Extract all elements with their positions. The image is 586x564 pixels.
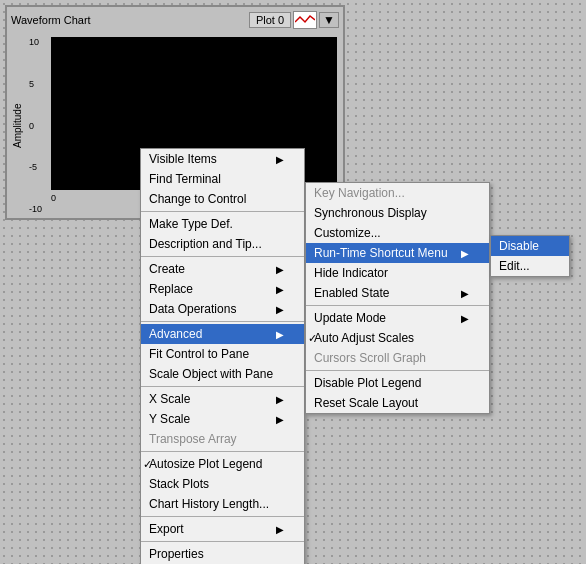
- menu-item-update-mode[interactable]: Update Mode▶: [306, 308, 489, 328]
- menu-item-export[interactable]: Export▶: [141, 519, 304, 539]
- submenu-advanced: Key Navigation... Synchronous Display Cu…: [305, 182, 490, 414]
- arrow-icon: ▶: [276, 264, 284, 275]
- arrow-icon: ▶: [276, 284, 284, 295]
- arrow-icon: ▶: [276, 154, 284, 165]
- arrow-icon: ▶: [276, 524, 284, 535]
- menu-item-auto-adjust[interactable]: Auto Adjust Scales: [306, 328, 489, 348]
- separator-adv-2: [306, 370, 489, 371]
- menu-item-hide-indicator[interactable]: Hide Indicator: [306, 263, 489, 283]
- submenu-runtime: Disable Edit...: [490, 235, 570, 277]
- menu-item-cursors-scroll: Cursors Scroll Graph: [306, 348, 489, 368]
- separator-4: [141, 386, 304, 387]
- y-axis-ticks: 10 5 0 -5 -10: [27, 33, 49, 218]
- menu-item-fit-control[interactable]: Fit Control to Pane: [141, 344, 304, 364]
- menu-item-runtime-shortcut[interactable]: Run-Time Shortcut Menu▶: [306, 243, 489, 263]
- menu-item-enabled-state[interactable]: Enabled State▶: [306, 283, 489, 303]
- menu-item-data-operations[interactable]: Data Operations▶: [141, 299, 304, 319]
- context-menu: Visible Items▶ Find Terminal Change to C…: [140, 148, 305, 564]
- arrow-icon: ▶: [276, 329, 284, 340]
- menu-item-visible-items[interactable]: Visible Items▶: [141, 149, 304, 169]
- menu-item-make-type[interactable]: Make Type Def.: [141, 214, 304, 234]
- separator-5: [141, 451, 304, 452]
- menu-item-disable-plot-legend[interactable]: Disable Plot Legend: [306, 373, 489, 393]
- menu-item-edit[interactable]: Edit...: [491, 256, 569, 276]
- arrow-icon: ▶: [276, 414, 284, 425]
- y-axis-label: Amplitude: [7, 33, 27, 218]
- menu-item-key-navigation: Key Navigation...: [306, 183, 489, 203]
- menu-item-create[interactable]: Create▶: [141, 259, 304, 279]
- chart-menu-arrow[interactable]: ▼: [319, 12, 339, 28]
- arrow-icon: ▶: [461, 248, 469, 259]
- menu-item-scale-object[interactable]: Scale Object with Pane: [141, 364, 304, 384]
- separator-2: [141, 256, 304, 257]
- chart-title-bar: Waveform Chart Plot 0 ▼: [7, 7, 343, 33]
- separator-6: [141, 516, 304, 517]
- menu-item-chart-history[interactable]: Chart History Length...: [141, 494, 304, 514]
- menu-item-x-scale[interactable]: X Scale▶: [141, 389, 304, 409]
- menu-item-reset-scale[interactable]: Reset Scale Layout: [306, 393, 489, 413]
- menu-item-y-scale[interactable]: Y Scale▶: [141, 409, 304, 429]
- separator-7: [141, 541, 304, 542]
- menu-item-autosize[interactable]: Autosize Plot Legend: [141, 454, 304, 474]
- separator-3: [141, 321, 304, 322]
- menu-item-find-terminal[interactable]: Find Terminal: [141, 169, 304, 189]
- separator-adv-1: [306, 305, 489, 306]
- arrow-icon: ▶: [276, 304, 284, 315]
- plot-selector: Plot 0 ▼: [249, 11, 339, 29]
- arrow-icon: ▶: [461, 313, 469, 324]
- arrow-icon: ▶: [461, 288, 469, 299]
- menu-item-advanced[interactable]: Advanced▶: [141, 324, 304, 344]
- menu-item-stack-plots[interactable]: Stack Plots: [141, 474, 304, 494]
- chart-title: Waveform Chart: [11, 14, 91, 26]
- menu-item-disable[interactable]: Disable: [491, 236, 569, 256]
- plot-icon[interactable]: [293, 11, 317, 29]
- menu-item-synchronous-display[interactable]: Synchronous Display: [306, 203, 489, 223]
- menu-item-change-control[interactable]: Change to Control: [141, 189, 304, 209]
- menu-item-properties[interactable]: Properties: [141, 544, 304, 564]
- plot-label[interactable]: Plot 0: [249, 12, 291, 28]
- menu-item-description[interactable]: Description and Tip...: [141, 234, 304, 254]
- menu-item-replace[interactable]: Replace▶: [141, 279, 304, 299]
- menu-item-customize[interactable]: Customize...: [306, 223, 489, 243]
- menu-item-transpose: Transpose Array: [141, 429, 304, 449]
- arrow-icon: ▶: [276, 394, 284, 405]
- separator-1: [141, 211, 304, 212]
